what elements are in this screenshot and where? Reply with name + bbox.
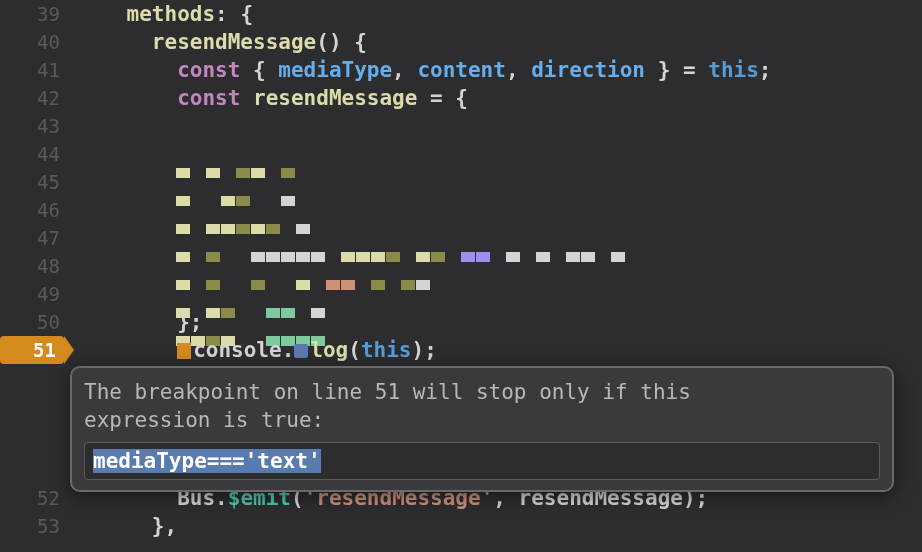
code-line-breakpoint: console.log(this); xyxy=(76,336,922,364)
blurred-line xyxy=(76,112,922,140)
breakpoint-expression-input[interactable]: mediaType==='text' xyxy=(84,442,880,480)
line-number: 53 xyxy=(0,512,60,540)
breakpoint-marker-icon[interactable] xyxy=(177,343,191,359)
line-number: 42 xyxy=(0,84,60,112)
line-number: 47 xyxy=(0,224,60,252)
code-line: const resendMessage = { xyxy=(76,84,922,112)
line-number: 50 xyxy=(0,308,60,336)
line-number: 44 xyxy=(0,140,60,168)
gutter: 39 40 41 42 43 44 45 46 47 48 49 50 51 5… xyxy=(0,0,70,552)
log-marker-icon xyxy=(294,344,308,358)
line-number: 46 xyxy=(0,196,60,224)
line-number: 43 xyxy=(0,112,60,140)
active-line-number: 51 xyxy=(0,336,64,364)
code-line: }, xyxy=(76,512,922,540)
line-number: 39 xyxy=(0,0,60,28)
line-number: 52 xyxy=(0,484,60,512)
popup-message: The breakpoint on line 51 will stop only… xyxy=(84,378,880,434)
code-line: methods: { xyxy=(76,0,922,28)
line-number: 41 xyxy=(0,56,60,84)
conditional-breakpoint-popup: The breakpoint on line 51 will stop only… xyxy=(70,366,894,492)
line-number: 40 xyxy=(0,28,60,56)
code-line: const { mediaType, content, direction } … xyxy=(76,56,922,84)
blurred-line xyxy=(76,140,922,168)
code-line: resendMessage() { xyxy=(76,28,922,56)
line-number: 45 xyxy=(0,168,60,196)
line-number: 48 xyxy=(0,252,60,280)
line-number: 49 xyxy=(0,280,60,308)
